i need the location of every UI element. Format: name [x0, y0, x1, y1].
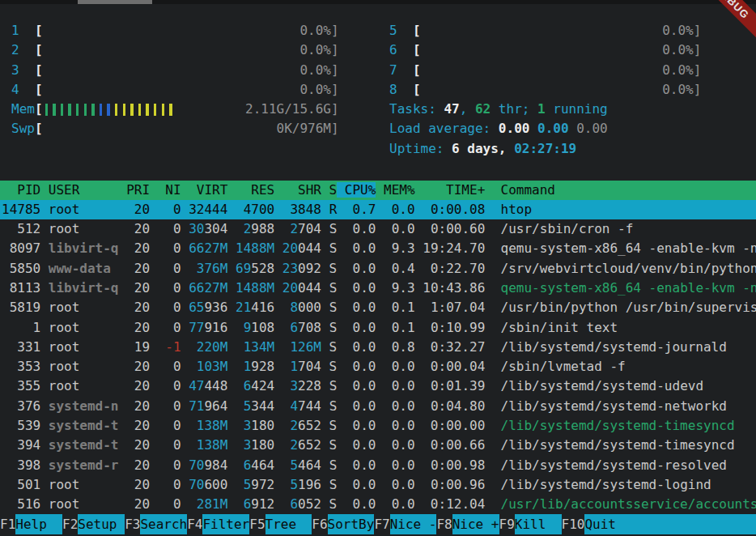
- cell-shr-value: 848: [298, 202, 321, 217]
- cell-ni: 0: [150, 320, 181, 335]
- column-header-command[interactable]: Command: [485, 182, 555, 198]
- cell-time: 1:07.04: [415, 300, 486, 315]
- cell-res: 1488M: [227, 280, 274, 296]
- cell-ni: 0: [150, 477, 181, 492]
- cell-user: root: [40, 378, 118, 393]
- cell-padding: [227, 437, 243, 453]
- meter-fill: [421, 40, 663, 60]
- cell-shr: 126M: [274, 339, 321, 355]
- column-header-time[interactable]: TIME+: [415, 182, 486, 198]
- scrollbar-thumb[interactable]: [78, 0, 152, 4]
- cell-time: 0:00.08: [415, 202, 486, 217]
- cell-state: S: [321, 280, 337, 296]
- fkey-number: F1: [0, 514, 15, 534]
- cell-pri: 20: [119, 202, 151, 217]
- column-header-virt[interactable]: VIRT: [181, 182, 228, 198]
- cell-user: root: [40, 477, 118, 492]
- process-row[interactable]: 1 root 20 0 77916 9108 6708 S 0.0 0.1 0:…: [0, 318, 756, 338]
- cell-ni: 0: [150, 418, 181, 433]
- meter-fill: [43, 21, 300, 40]
- process-row[interactable]: 512 root 20 0 30304 2988 2704 S 0.0 0.0 …: [0, 219, 756, 239]
- cell-res: 21416: [227, 300, 274, 315]
- column-header-s[interactable]: S: [321, 182, 337, 198]
- process-row[interactable]: 394 systemd-t 20 0 138M 3180 2652 S 0.0 …: [0, 436, 756, 455]
- cell-state: S: [321, 221, 337, 236]
- fkey-F6[interactable]: F6SortBy: [312, 514, 374, 534]
- fkey-F4[interactable]: F4Filter: [187, 514, 249, 534]
- cell-padding: [227, 300, 236, 315]
- column-header-cpu[interactable]: CPU%: [337, 182, 376, 198]
- meter-bar-tick: [53, 104, 56, 116]
- meter-open-bracket: [: [413, 80, 421, 100]
- cell-command: qemu-system-x86_64 -enable-kvm -na: [485, 280, 756, 296]
- cell-padding: [227, 359, 243, 374]
- cell-res: 6424: [227, 378, 274, 393]
- tasks-summary: Tasks: 47, 62 thr; 1 running: [389, 100, 608, 119]
- fkey-number: F8: [436, 514, 452, 534]
- cell-state: S: [321, 378, 337, 393]
- cell-pid: 501: [2, 477, 40, 492]
- cell-command: /lib/systemd/systemd-journald: [485, 339, 727, 355]
- process-row[interactable]: 376 systemd-n 20 0 71964 5344 4744 S 0.0…: [0, 397, 756, 416]
- column-header-shr[interactable]: SHR: [274, 182, 321, 198]
- cell-virt-value: 65: [189, 300, 204, 315]
- cell-user: www-data: [40, 261, 118, 276]
- column-header-pid[interactable]: PID: [2, 182, 40, 198]
- process-row[interactable]: 355 root 20 0 47448 6424 3228 S 0.0 0.0 …: [0, 376, 756, 396]
- meter-bar-tick: [123, 104, 126, 116]
- cell-virt: 70600: [181, 477, 228, 492]
- meter-open-bracket: [: [413, 61, 421, 80]
- process-row[interactable]: 501 root 20 0 70600 5972 5196 S 0.0 0.0 …: [0, 475, 756, 495]
- cpu-meter-2: 2 [0.0%]: [11, 40, 339, 60]
- cell-user: systemd-r: [40, 457, 118, 473]
- process-row[interactable]: 331 root 19 -1 220M 134M 126M S 0.0 0.8 …: [0, 338, 756, 357]
- cell-virt: 6627M: [181, 240, 228, 256]
- process-row[interactable]: 539 systemd-t 20 0 138M 3180 2652 S 0.0 …: [0, 416, 756, 436]
- cell-padding: [181, 280, 189, 296]
- column-header-pri[interactable]: PRI: [119, 182, 151, 198]
- swap-meter: Swp[0K/976M]: [11, 119, 339, 138]
- fkey-F5[interactable]: F5Tree: [249, 514, 312, 534]
- cell-ni: 0: [150, 202, 181, 217]
- fkey-F7[interactable]: F7Nice -: [374, 514, 436, 534]
- cell-res-value: 3: [244, 437, 252, 453]
- fkey-label: Quit: [584, 514, 631, 534]
- tasks-summary-segment: Tasks:: [389, 101, 444, 117]
- process-row[interactable]: 516 root 20 0 281M 6912 6052 S 0.0 0.0 0…: [0, 495, 756, 514]
- cell-time: 0:00.00: [415, 418, 486, 433]
- process-row[interactable]: 8097 libvirt-q 20 0 6627M 1488M 20044 S …: [0, 239, 756, 258]
- cell-res-value: 3: [244, 418, 252, 433]
- column-header-ni[interactable]: NI: [150, 182, 181, 198]
- meter-value: 0.0%]: [299, 80, 338, 100]
- cell-pri: 20: [119, 378, 151, 393]
- cell-pri: 20: [119, 280, 151, 296]
- cell-padding: [274, 339, 290, 355]
- process-row[interactable]: 353 root 20 0 103M 1928 1704 S 0.0 0.0 0…: [0, 357, 756, 376]
- column-header-mem[interactable]: MEM%: [376, 182, 414, 198]
- fkey-F10[interactable]: F10Quit: [562, 514, 632, 534]
- fkey-F8[interactable]: F8Nice +: [436, 514, 499, 534]
- process-row[interactable]: 14785 root 20 0 32444 4700 3848 R 0.7 0.…: [0, 200, 756, 219]
- column-header-user[interactable]: USER: [40, 182, 118, 198]
- cell-res: 2988: [227, 221, 274, 236]
- cell-user: root: [40, 300, 118, 315]
- meter-label: 1: [11, 21, 35, 40]
- process-row[interactable]: 5850 www-data 20 0 376M 69528 23092 S 0.…: [0, 259, 756, 279]
- cell-cpu: 0.0: [337, 457, 376, 473]
- cell-mem: 0.1: [376, 320, 414, 335]
- column-header-res[interactable]: RES: [227, 182, 274, 198]
- cell-res-value: 180: [251, 437, 274, 453]
- tasks-summary-segment: ,: [460, 101, 475, 117]
- cell-padding: [181, 261, 197, 276]
- process-row[interactable]: 398 systemd-r 20 0 70984 6464 5464 S 0.0…: [0, 456, 756, 475]
- cell-shr-value: 652: [298, 418, 321, 433]
- fkey-F2[interactable]: F2Setup: [62, 514, 125, 534]
- meter-value: 0.0%]: [662, 40, 701, 60]
- fkey-F1[interactable]: F1Help: [0, 514, 62, 534]
- process-row[interactable]: 8113 libvirt-q 20 0 6627M 1488M 20044 S …: [0, 279, 756, 298]
- cell-pri: 20: [119, 398, 151, 414]
- process-row[interactable]: 5819 root 20 0 65936 21416 8000 S 0.0 0.…: [0, 298, 756, 317]
- fkey-F3[interactable]: F3Search: [125, 514, 187, 534]
- cell-res: 5972: [227, 477, 274, 492]
- fkey-F9[interactable]: F9Kill: [499, 514, 562, 534]
